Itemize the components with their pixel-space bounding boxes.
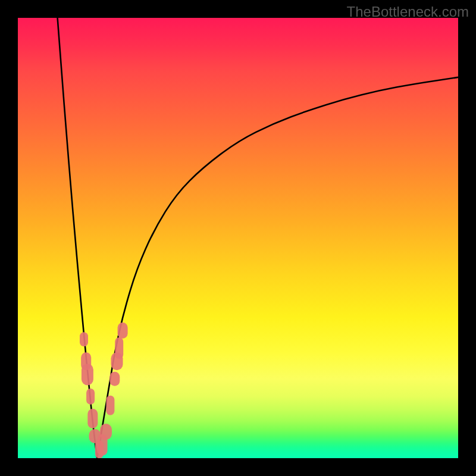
marker-point	[100, 424, 112, 440]
curve-right-branch	[97, 77, 458, 458]
marker-point	[115, 337, 123, 359]
marker-point	[87, 409, 98, 428]
marker-point	[80, 332, 88, 346]
marker-point	[86, 389, 95, 405]
marker-point	[118, 322, 128, 339]
curve-layer	[18, 18, 458, 458]
plot-area	[18, 18, 458, 458]
marker-cluster	[80, 322, 128, 458]
chart-frame: TheBottleneck.com	[0, 0, 476, 476]
marker-point	[109, 372, 120, 386]
marker-point	[106, 396, 114, 415]
marker-point	[82, 364, 93, 385]
